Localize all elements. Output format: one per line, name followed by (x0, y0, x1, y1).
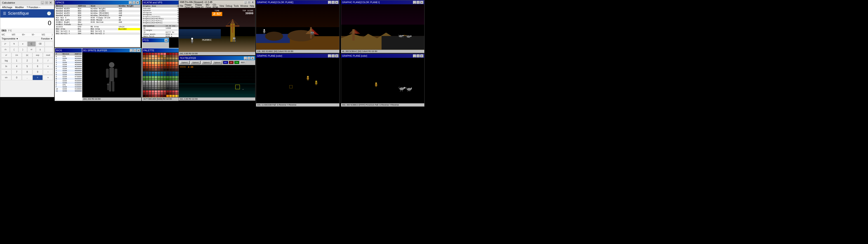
palette-cell[interactable] (172, 53, 175, 55)
palette-cell[interactable] (152, 87, 154, 89)
palette-cell[interactable] (169, 55, 172, 57)
trig-label[interactable]: Trigonométrie ▼ (2, 37, 18, 40)
palette-cell[interactable] (172, 69, 175, 71)
palette-cell[interactable] (149, 60, 151, 62)
palette-cell[interactable] (160, 57, 163, 59)
palette-cell[interactable] (155, 66, 157, 68)
palette-cell[interactable] (146, 57, 148, 59)
palette-cell[interactable] (143, 87, 145, 89)
palette-cell[interactable] (175, 79, 178, 81)
palette-cell[interactable] (158, 55, 160, 57)
btn-sqrt[interactable]: √x (1, 47, 10, 52)
palette-cell[interactable] (152, 55, 154, 57)
palette-cell[interactable] (175, 53, 178, 55)
menu-aide[interactable]: ? Fonction→ (27, 6, 41, 8)
gp1-minimize[interactable]: _ (328, 1, 331, 4)
palette-cell[interactable] (143, 69, 145, 71)
palette-cell[interactable] (143, 62, 145, 64)
gp3-minimize[interactable]: _ (328, 55, 331, 57)
palette-cell[interactable] (146, 64, 148, 66)
calc-maximize-btn[interactable]: □ (45, 1, 48, 4)
menu-view[interactable]: View (219, 5, 224, 7)
btn-8[interactable]: 8 (22, 69, 32, 74)
palette-cell[interactable] (143, 66, 145, 68)
palette-cell[interactable] (152, 79, 154, 81)
palette-cell[interactable] (143, 55, 145, 57)
palette-cell[interactable] (160, 60, 163, 62)
palette-cell[interactable] (152, 64, 154, 66)
palette-cell[interactable] (160, 85, 163, 87)
palette-cell[interactable] (172, 97, 175, 97)
palette-cell[interactable] (152, 60, 154, 62)
btn-placeholder2[interactable] (45, 47, 53, 52)
palette-cell[interactable] (163, 93, 166, 95)
palette-cell[interactable] (169, 76, 172, 78)
palette-cell[interactable] (143, 97, 145, 97)
palette-cell[interactable] (158, 87, 160, 89)
palette-cell[interactable] (175, 72, 178, 74)
palette-cell[interactable] (146, 53, 148, 55)
palette-cell[interactable] (155, 79, 157, 81)
palette-cell[interactable] (163, 90, 166, 92)
gp2-maximize[interactable]: □ (416, 1, 420, 4)
mem-mminus[interactable]: M− (32, 33, 35, 36)
palette-cell[interactable] (172, 83, 175, 85)
palette-cell[interactable] (160, 72, 163, 74)
menu-window[interactable]: Window (240, 5, 248, 7)
btn-abs[interactable]: |x| (22, 53, 32, 58)
palette-cell[interactable] (143, 93, 145, 95)
palette-cell[interactable] (158, 69, 160, 71)
palette-cell[interactable] (169, 64, 172, 66)
palette-cell[interactable] (166, 85, 169, 87)
mem-ms[interactable]: MS (41, 33, 45, 36)
palette-cell[interactable] (166, 87, 169, 89)
btn-equals[interactable]: = (33, 75, 43, 80)
palette-cell[interactable] (166, 60, 169, 62)
hamburger-icon[interactable]: ☰ (3, 11, 6, 16)
palette-cell[interactable] (172, 64, 175, 66)
btn-backspace[interactable]: ⌫ (36, 41, 44, 47)
memmap-maximize[interactable]: □ (132, 1, 135, 4)
palette-cell[interactable] (155, 55, 157, 57)
palette-cell[interactable] (143, 90, 145, 92)
palette-cell[interactable] (169, 87, 172, 89)
palette-cell[interactable] (152, 57, 154, 59)
calc-close-btn[interactable]: ✕ (49, 1, 52, 4)
btn-plusminus[interactable]: ± (36, 47, 44, 52)
palette-cell[interactable] (175, 64, 178, 66)
palette-cell[interactable] (166, 76, 169, 78)
gp3-close[interactable]: ✕ (335, 55, 338, 57)
mem-mc[interactable]: MC (2, 33, 5, 36)
palette-cell[interactable] (146, 93, 148, 95)
palette-cell[interactable] (155, 93, 157, 95)
btn-div[interactable]: / (43, 58, 53, 63)
gp1-close[interactable]: ✕ (335, 1, 338, 4)
palette-cell[interactable] (149, 93, 151, 95)
palette-cell[interactable] (169, 95, 172, 97)
palette-cell[interactable] (172, 79, 175, 81)
palette-cell[interactable] (158, 76, 160, 78)
palette-cell[interactable] (166, 83, 169, 85)
palette-cell[interactable] (169, 60, 172, 62)
mem-mr[interactable]: MR (12, 33, 16, 36)
palette-cell[interactable] (169, 79, 172, 81)
palette-cell[interactable] (158, 74, 160, 76)
palette-cell[interactable] (175, 60, 178, 62)
palette-cell[interactable] (166, 90, 169, 92)
btn-e[interactable]: e (19, 41, 27, 47)
palette-cell[interactable] (169, 74, 172, 76)
palette-cell[interactable] (143, 57, 145, 59)
palette-cell[interactable] (163, 55, 166, 57)
palette-cell[interactable] (175, 83, 178, 85)
palette-cell[interactable] (152, 76, 154, 78)
palette-cell[interactable] (172, 55, 175, 57)
toolbar-btn2[interactable]: Option2 (191, 61, 200, 64)
palette-cell[interactable] (149, 76, 151, 78)
mode-deg[interactable]: DEG (2, 29, 6, 32)
btn-add[interactable]: + (43, 75, 53, 80)
palette-cell[interactable] (172, 81, 175, 83)
palette-cell[interactable] (146, 72, 148, 74)
gp2-close[interactable]: ✕ (420, 1, 423, 4)
palette-cell[interactable] (146, 97, 148, 97)
palette-cell[interactable] (169, 90, 172, 92)
